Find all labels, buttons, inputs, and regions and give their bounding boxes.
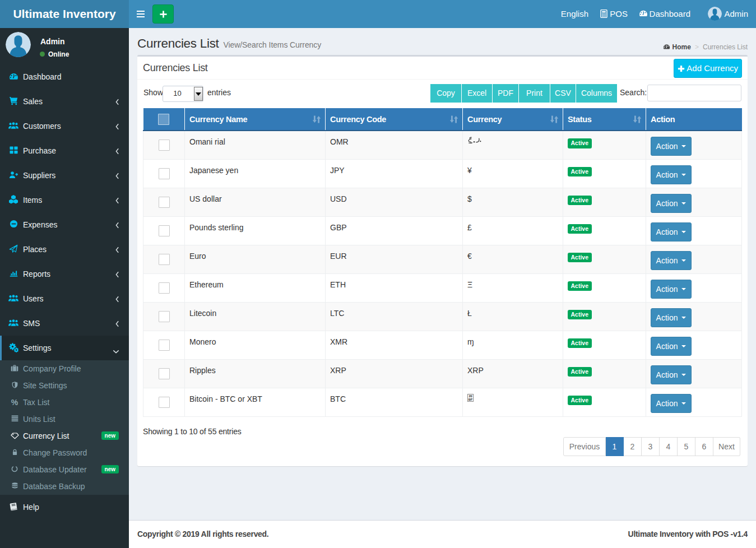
svg-text:BF: BF	[469, 398, 473, 401]
